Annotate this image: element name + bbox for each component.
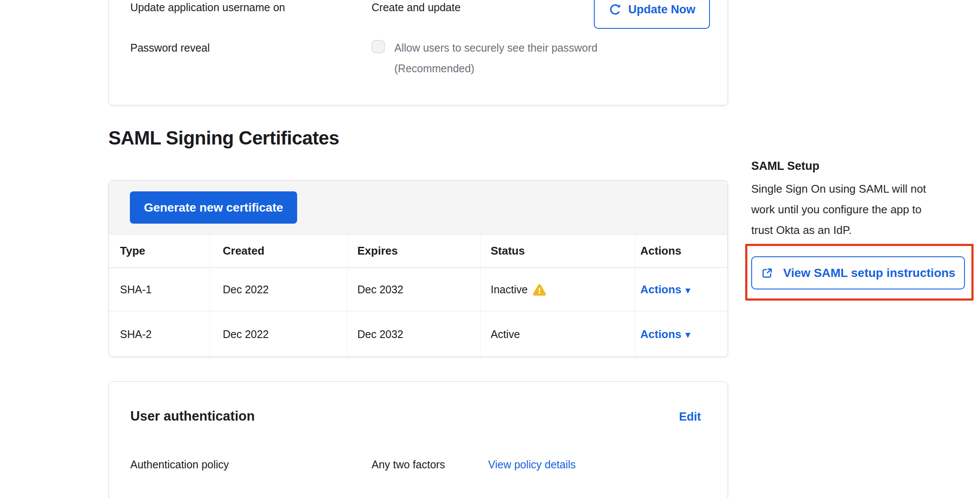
update-now-label: Update Now <box>628 3 695 16</box>
cell-expires: Dec 2032 <box>347 312 481 357</box>
provisioning-card: Update application username on Create an… <box>108 0 728 105</box>
authentication-policy-label: Authentication policy <box>130 458 229 471</box>
saml-setup-description-line: Single Sign On using SAML will not <box>751 182 980 196</box>
view-policy-details-link[interactable]: View policy details <box>488 458 576 471</box>
status-text: Inactive <box>491 283 528 296</box>
saml-setup-description-line: trust Okta as an IdP. <box>751 224 980 237</box>
authentication-policy-value: Any two factors <box>372 458 445 471</box>
username-update-label: Update application username on <box>130 1 285 14</box>
edit-link[interactable]: Edit <box>679 410 701 424</box>
column-header-expires: Expires <box>347 234 481 267</box>
cell-status: Inactive <box>481 268 635 311</box>
cell-actions: Actions ▾ <box>635 268 728 311</box>
update-now-button[interactable]: Update Now <box>594 0 710 29</box>
warning-icon <box>533 284 546 296</box>
cell-type: SHA-1 <box>109 268 210 311</box>
view-saml-setup-instructions-button[interactable]: View SAML setup instructions <box>751 256 965 289</box>
saml-signing-certificates-heading: SAML Signing Certificates <box>108 127 339 149</box>
cell-created: Dec 2022 <box>210 312 347 357</box>
username-update-value: Create and update <box>372 1 461 14</box>
certificates-table-header: Type Created Expires Status Actions <box>109 234 728 268</box>
page: Update application username on Create an… <box>0 0 980 498</box>
view-saml-setup-instructions-label: View SAML setup instructions <box>783 266 955 280</box>
cell-expires: Dec 2032 <box>347 268 481 311</box>
refresh-icon <box>608 3 621 16</box>
status-text: Active <box>491 328 520 341</box>
cell-status: Active <box>481 312 635 357</box>
certificates-card-toolbar: Generate new certificate <box>109 181 728 234</box>
cell-created: Dec 2022 <box>210 268 347 311</box>
password-reveal-option-line1: Allow users to securely see their passwo… <box>394 42 597 54</box>
cell-type: SHA-2 <box>109 312 210 357</box>
table-row-sha1: SHA-1 Dec 2022 Dec 2032 Inactive Actions… <box>109 268 728 311</box>
actions-label: Actions <box>640 283 681 296</box>
chevron-down-icon: ▾ <box>685 329 690 340</box>
external-link-icon <box>761 267 774 280</box>
user-authentication-heading: User authentication <box>130 409 255 424</box>
column-header-created: Created <box>210 234 347 267</box>
user-authentication-card: User authentication Edit Authentication … <box>108 381 728 498</box>
saml-setup-heading: SAML Setup <box>751 160 820 173</box>
chevron-down-icon: ▾ <box>685 285 690 295</box>
certificates-card: Generate new certificate Type Created Ex… <box>108 180 728 357</box>
column-header-status: Status <box>481 234 635 267</box>
password-reveal-checkbox[interactable] <box>372 40 385 53</box>
password-reveal-label: Password reveal <box>130 42 210 54</box>
saml-setup-description-line: work until you configure the app to <box>751 203 980 216</box>
table-row-sha2: SHA-2 Dec 2022 Dec 2032 Active Actions ▾ <box>109 312 728 357</box>
password-reveal-option-line2: (Recommended) <box>394 62 474 75</box>
cell-actions: Actions ▾ <box>635 312 728 357</box>
actions-label: Actions <box>640 328 681 341</box>
column-header-type: Type <box>109 234 210 267</box>
actions-dropdown[interactable]: Actions ▾ <box>640 283 690 296</box>
column-header-actions: Actions <box>635 234 728 267</box>
generate-new-certificate-button[interactable]: Generate new certificate <box>130 191 297 224</box>
actions-dropdown[interactable]: Actions ▾ <box>640 328 690 341</box>
